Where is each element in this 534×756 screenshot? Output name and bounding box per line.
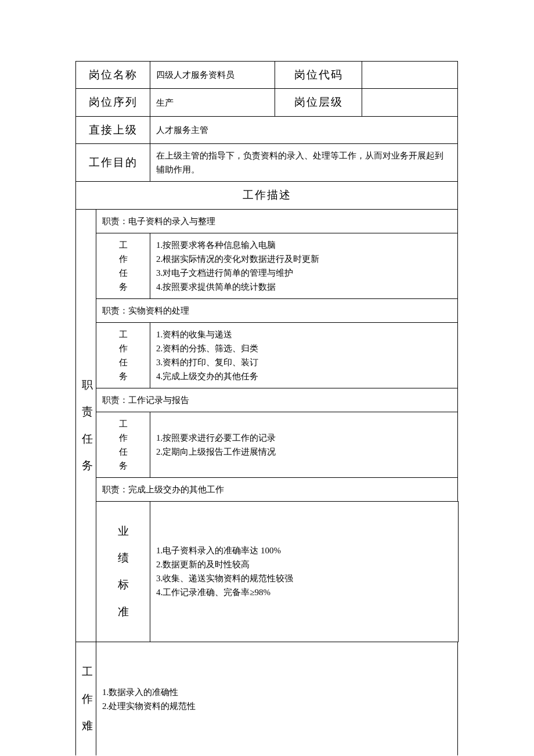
duty2-title: 职责：实物资料的处理	[96, 298, 458, 322]
duty3-tasks: 1.按照要求进行必要工作的记录2.定期向上级报告工作进展情况	[150, 412, 458, 477]
value-position-name: 四级人才服务资料员	[150, 62, 275, 89]
label-duties: 职责任务	[76, 209, 96, 642]
label-purpose: 工作目的	[76, 144, 150, 182]
value-supervisor: 人才服务主管	[150, 116, 458, 143]
value-purpose: 在上级主管的指导下，负责资料的录入、处理等工作，从而对业务开展起到辅助作用。	[150, 144, 458, 182]
duty4-title: 职责：完成上级交办的其他工作	[96, 477, 458, 501]
duty3-task-label: 工作任务	[96, 412, 150, 477]
duty2-tasks: 1.资料的收集与递送2.资料的分拣、筛选、归类3.资料的打印、复印、装订4.完成…	[150, 322, 458, 388]
value-position-code	[362, 62, 458, 89]
label-position-code: 岗位代码	[275, 62, 362, 89]
job-description-table: 岗位名称 四级人才服务资料员 岗位代码 岗位序列 生产 岗位层级 直接上级 人才…	[75, 61, 459, 755]
page: 岗位名称 四级人才服务资料员 岗位代码 岗位序列 生产 岗位层级 直接上级 人才…	[0, 0, 534, 756]
duty1-title: 职责：电子资料的录入与整理	[96, 209, 458, 233]
value-position-series: 生产	[150, 89, 275, 116]
duty1-task-label: 工作任务	[96, 233, 150, 298]
duty1-tasks: 1.按照要求将各种信息输入电脑2.根据实际情况的变化对数据进行及时更新3.对电子…	[150, 233, 458, 298]
performance-text: 1.电子资料录入的准确率达 100%2.数据更新的及时性较高3.收集、递送实物资…	[150, 501, 459, 642]
label-performance: 业绩标准	[96, 501, 150, 642]
label-position-level: 岗位层级	[275, 89, 362, 116]
difficulties-text: 1.数据录入的准确性2.处理实物资料的规范性	[96, 642, 458, 756]
duty3-title: 职责：工作记录与报告	[96, 388, 458, 412]
value-position-level	[362, 89, 458, 116]
label-position-name: 岗位名称	[76, 62, 150, 89]
label-difficulties: 工作难	[76, 642, 96, 756]
section-work-description: 工作描述	[76, 182, 458, 209]
label-position-series: 岗位序列	[76, 89, 150, 116]
label-supervisor: 直接上级	[76, 116, 150, 143]
duty2-task-label: 工作任务	[96, 322, 150, 388]
